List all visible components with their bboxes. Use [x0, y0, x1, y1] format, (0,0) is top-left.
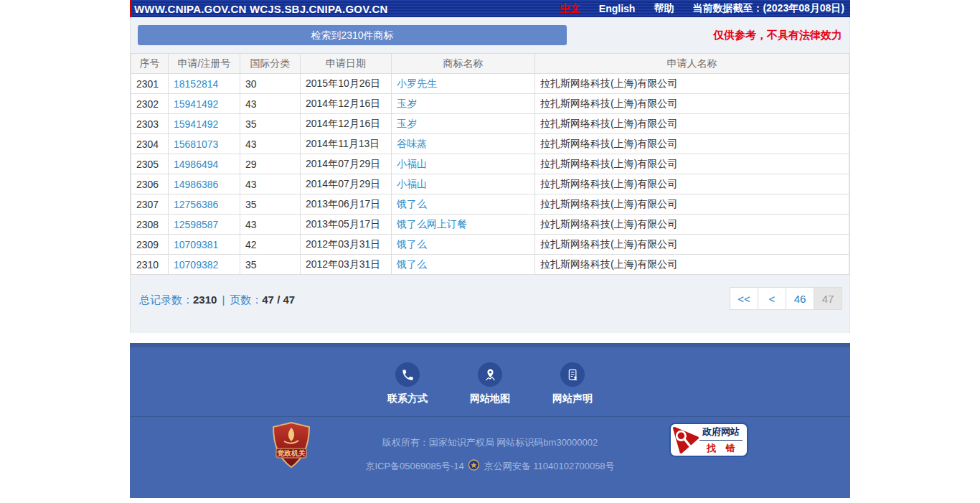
- footer-link-contact[interactable]: 联系方式: [384, 362, 431, 416]
- cell-applicant: 拉扎斯网络科技(上海)有限公司: [535, 134, 849, 154]
- error-logo-title: 政府网站: [699, 426, 743, 441]
- table-row: 2303 15941492 35 2014年12月16日 玉岁 拉扎斯网络科技(…: [131, 114, 849, 134]
- header-reg-no: 申请/注册号: [169, 54, 240, 74]
- cell-mark-name: 饿了么网上订餐: [392, 215, 535, 235]
- cell-reg-no: 15681073: [169, 134, 240, 154]
- cell-mark-name: 玉岁: [392, 114, 535, 134]
- cell-mark-name: 小福山: [392, 174, 535, 194]
- table-row: 2302 15941492 43 2014年12月16日 玉岁 拉扎斯网络科技(…: [131, 94, 849, 114]
- help-link[interactable]: 帮助: [654, 2, 674, 15]
- cell-intl-class: 35: [240, 114, 301, 134]
- table-row: 2309 10709381 42 2012年03月31日 饿了么 拉扎斯网络科技…: [131, 235, 849, 255]
- cell-reg-no: 12598587: [169, 215, 240, 235]
- toolbar: 检索到2310件商标 仅供参考，不具有法律效力: [131, 17, 849, 53]
- table-row: 2308 12598587 43 2013年05月17日 饿了么网上订餐 拉扎斯…: [131, 215, 849, 235]
- pages-label: 页数：: [230, 293, 262, 306]
- reg-no-link[interactable]: 12756386: [174, 199, 218, 210]
- icp-line: 京ICP备05069085号-14 京公网安备 11040102700058号: [365, 459, 614, 473]
- mark-name-link[interactable]: 小罗先生: [397, 77, 437, 89]
- reg-no-link[interactable]: 14986386: [174, 179, 218, 190]
- cell-intl-class: 35: [240, 255, 301, 275]
- cell-seq: 2302: [131, 94, 169, 114]
- mark-name-link[interactable]: 饿了么: [397, 238, 427, 250]
- cell-mark-name: 玉岁: [392, 94, 535, 114]
- cell-intl-class: 29: [240, 154, 301, 174]
- cell-reg-no: 10709382: [169, 255, 240, 275]
- phone-icon: [395, 362, 420, 387]
- psb-number: 京公网安备 11040102700058号: [484, 460, 615, 473]
- copyright-block: 版权所有：国家知识产权局 网站标识码bm30000002 京ICP备050690…: [365, 417, 614, 473]
- cell-apply-date: 2013年06月17日: [301, 194, 392, 215]
- reg-no-link[interactable]: 14986494: [174, 159, 218, 170]
- cell-applicant: 拉扎斯网络科技(上海)有限公司: [535, 74, 849, 94]
- lang-chinese-link[interactable]: 中文: [560, 2, 580, 15]
- badge-text: 党政机关: [277, 449, 306, 457]
- page-46-button[interactable]: 46: [786, 287, 814, 310]
- table-row: 2310 10709382 35 2012年03月31日 饿了么 拉扎斯网络科技…: [131, 255, 849, 275]
- cell-seq: 2304: [131, 134, 169, 154]
- page-47-button-current[interactable]: 47: [814, 287, 842, 310]
- cell-seq: 2305: [131, 154, 169, 174]
- cell-intl-class: 30: [240, 74, 301, 94]
- reg-no-link[interactable]: 12598587: [174, 219, 218, 230]
- reg-no-link[interactable]: 10709382: [174, 259, 218, 271]
- stats-band: 总记录数：2310|页数：47 / 47 << < 46 47: [131, 275, 849, 333]
- footer-link-statement[interactable]: 网站声明: [549, 362, 596, 416]
- cell-intl-class: 43: [240, 174, 301, 194]
- header-mark-name: 商标名称: [392, 54, 535, 74]
- cell-apply-date: 2014年11月13日: [301, 134, 392, 154]
- cell-intl-class: 43: [240, 94, 301, 114]
- reg-no-link[interactable]: 15681073: [174, 138, 218, 150]
- footer-bottom: 党政机关 版权所有：国家知识产权局 网站标识码bm30000002 京ICP备0…: [130, 417, 850, 497]
- cell-mark-name: 饿了么: [392, 194, 535, 215]
- cell-seq: 2306: [131, 174, 169, 194]
- lang-english-link[interactable]: English: [599, 3, 636, 14]
- table-row: 2305 14986494 29 2014年07月29日 小福山 拉扎斯网络科技…: [131, 154, 849, 174]
- footer-link-label: 联系方式: [387, 392, 428, 405]
- cell-applicant: 拉扎斯网络科技(上海)有限公司: [535, 114, 849, 134]
- cell-applicant: 拉扎斯网络科技(上海)有限公司: [535, 194, 849, 215]
- footer-links: 联系方式 网站地图 网站声明: [130, 347, 850, 417]
- error-logo-action: 找 错: [699, 441, 743, 455]
- cell-applicant: 拉扎斯网络科技(上海)有限公司: [535, 255, 849, 275]
- mark-name-link[interactable]: 谷味蒸: [397, 138, 427, 149]
- party-government-badge[interactable]: 党政机关: [271, 422, 311, 468]
- police-emblem-icon: [468, 459, 480, 473]
- mark-name-link[interactable]: 玉岁: [397, 98, 417, 109]
- mark-name-link[interactable]: 玉岁: [397, 118, 417, 129]
- total-records-label: 总记录数：: [139, 293, 193, 306]
- cell-intl-class: 42: [240, 235, 301, 255]
- mark-name-link[interactable]: 饿了么网上订餐: [397, 218, 467, 230]
- reg-no-link[interactable]: 10709381: [174, 239, 218, 250]
- reg-no-link[interactable]: 18152814: [174, 78, 218, 90]
- total-records-value: 2310: [193, 293, 217, 306]
- cell-intl-class: 43: [240, 134, 301, 154]
- mark-name-link[interactable]: 小福山: [397, 178, 427, 189]
- mark-name-link[interactable]: 饿了么: [397, 258, 427, 270]
- result-count-banner: 检索到2310件商标: [138, 25, 567, 45]
- cell-reg-no: 10709381: [169, 235, 240, 255]
- cell-applicant: 拉扎斯网络科技(上海)有限公司: [535, 94, 849, 114]
- prev-page-button[interactable]: <: [758, 287, 786, 310]
- page-content: WWW.CNIPA.GOV.CN WCJS.SBJ.CNIPA.GOV.CN 中…: [130, 0, 850, 498]
- cell-apply-date: 2012年03月31日: [301, 235, 392, 255]
- table-header-row: 序号 申请/注册号 国际分类 申请日期 商标名称 申请人名称: [131, 54, 849, 74]
- mark-name-link[interactable]: 饿了么: [397, 198, 427, 210]
- mark-name-link[interactable]: 小福山: [397, 158, 427, 169]
- first-page-button[interactable]: <<: [730, 287, 758, 310]
- footer-link-sitemap[interactable]: 网站地图: [466, 362, 514, 416]
- cell-reg-no: 15941492: [169, 94, 240, 114]
- reg-no-link[interactable]: 15941492: [174, 98, 218, 110]
- cell-seq: 2307: [131, 194, 169, 215]
- record-summary: 总记录数：2310|页数：47 / 47: [139, 293, 295, 307]
- reg-no-link[interactable]: 15941492: [174, 118, 218, 130]
- cell-applicant: 拉扎斯网络科技(上海)有限公司: [535, 235, 849, 255]
- copyright-line: 版权所有：国家知识产权局 网站标识码bm30000002: [365, 436, 614, 449]
- topbar-menu: 中文 English 帮助 当前数据截至：(2023年08月08日): [560, 2, 844, 15]
- cell-apply-date: 2014年07月29日: [301, 154, 392, 174]
- table-row: 2301 18152814 30 2015年10月26日 小罗先生 拉扎斯网络科…: [131, 74, 849, 94]
- main-box: 检索到2310件商标 仅供参考，不具有法律效力 序号 申请/注册号 国际分类 申…: [130, 17, 850, 333]
- cell-mark-name: 饿了么: [392, 235, 535, 255]
- gov-site-error-report-logo[interactable]: 政府网站 找 错: [669, 423, 748, 457]
- map-pin-icon: [478, 362, 502, 387]
